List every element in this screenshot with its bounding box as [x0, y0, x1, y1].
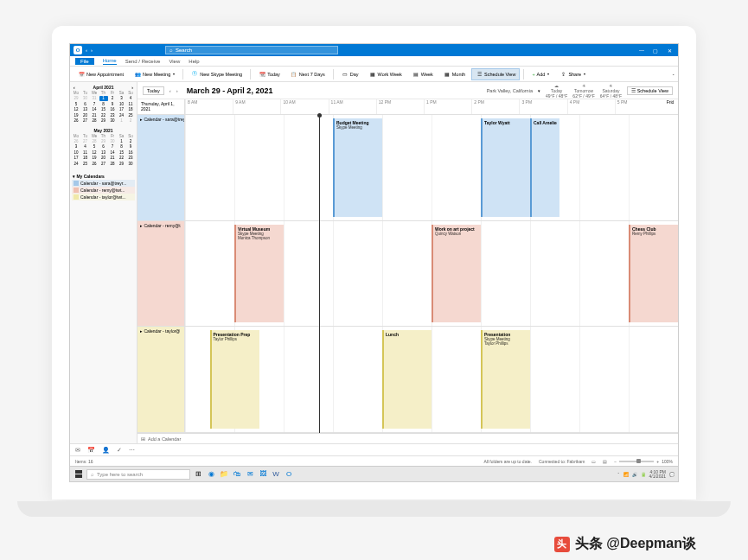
calendar-day[interactable]: 2: [126, 138, 135, 143]
tasks-icon[interactable]: ✓: [117, 447, 122, 454]
row-calendar-label[interactable]: ▸ Calendar - remy@t: [137, 221, 185, 327]
calendar-list-item[interactable]: Calendar - taylor@twt...: [72, 194, 135, 200]
tray-chevron-icon[interactable]: ˄: [617, 472, 620, 477]
calendar-day[interactable]: 16: [108, 107, 117, 112]
people-icon[interactable]: 👤: [102, 447, 110, 454]
calendar-day[interactable]: 26: [90, 161, 99, 166]
calendar-day[interactable]: 12: [90, 150, 99, 155]
calendar-nav-icon[interactable]: 📅: [87, 447, 95, 454]
calendar-day[interactable]: 30: [126, 161, 135, 166]
edge-icon[interactable]: ◉: [206, 469, 216, 480]
calendar-event[interactable]: Call Amelie: [530, 118, 559, 217]
outlook-taskbar-icon[interactable]: O: [284, 469, 294, 480]
calendar-event[interactable]: Taylor Wyatt: [481, 118, 530, 217]
calendar-day[interactable]: 13: [81, 107, 90, 112]
prev-day-icon[interactable]: ‹: [169, 88, 171, 93]
back-icon[interactable]: ‹: [86, 48, 87, 53]
calendar-day[interactable]: 26: [72, 118, 80, 124]
today-button[interactable]: 📆Today: [254, 68, 284, 80]
more-icon[interactable]: ⋯: [129, 447, 135, 454]
photos-icon[interactable]: 🖼: [258, 469, 268, 480]
calendar-day[interactable]: 29: [72, 96, 80, 101]
volume-icon[interactable]: 🔊: [632, 472, 637, 477]
calendar-day[interactable]: 4: [81, 144, 90, 150]
calendar-day[interactable]: 8: [99, 101, 108, 106]
calendar-day[interactable]: 20: [99, 156, 108, 161]
calendar-day[interactable]: 28: [90, 138, 99, 143]
calendar-day[interactable]: 2: [108, 96, 117, 101]
calendar-day[interactable]: 10: [118, 101, 126, 106]
day-view-button[interactable]: ▭Day: [337, 68, 363, 80]
calendar-day[interactable]: 8: [118, 144, 126, 150]
mail-app-icon[interactable]: ✉: [245, 469, 255, 480]
calendar-day[interactable]: 18: [81, 156, 90, 161]
calendar-day[interactable]: 6: [81, 101, 90, 106]
calendar-day[interactable]: 15: [99, 107, 108, 112]
calendar-event[interactable]: Lunch: [382, 330, 432, 429]
add-button[interactable]: +Add▾: [527, 69, 553, 80]
row-timeline[interactable]: Presentation PrepTaylor PhillipsLunchPre…: [185, 327, 678, 432]
calendar-day[interactable]: 9: [108, 101, 117, 106]
add-calendar-button[interactable]: ⊞ Add a Calendar: [137, 433, 678, 443]
weather-day[interactable]: ☀Saturday64°F / 48°F: [600, 83, 622, 99]
calendar-day[interactable]: 25: [81, 161, 90, 166]
location-dropdown-icon[interactable]: ▾: [538, 88, 540, 93]
zoom-in-icon[interactable]: +: [656, 459, 659, 464]
task-view-icon[interactable]: ⊞: [193, 469, 203, 480]
new-meeting-button[interactable]: 👥New Meeting▾: [130, 68, 179, 80]
row-timeline[interactable]: Budget MeetingSkype MeetingTaylor WyattC…: [185, 115, 678, 220]
new-skype-meeting-button[interactable]: ⓢNew Skype Meeting: [187, 68, 246, 80]
maximize-button[interactable]: ▢: [650, 48, 661, 54]
weather-day[interactable]: ☀Tomorrow62°F / 49°F: [572, 83, 594, 99]
calendar-day[interactable]: 24: [72, 161, 80, 166]
calendar-event[interactable]: Virtual MuseumSkype MeetingMonica Thomps…: [234, 225, 284, 323]
calendar-day[interactable]: 27: [81, 118, 90, 124]
search-input[interactable]: ⌕ Search: [165, 46, 338, 54]
mini-calendar-may[interactable]: May 2021 MoTuWeThFrSaSu26272829301234567…: [72, 127, 135, 167]
share-button[interactable]: ⇪Share▾: [555, 68, 590, 80]
tab-send-receive[interactable]: Send / Receive: [125, 59, 161, 64]
mail-icon[interactable]: ✉: [75, 447, 80, 454]
calendar-day[interactable]: 18: [126, 107, 135, 112]
calendar-day[interactable]: 22: [99, 112, 108, 118]
start-button[interactable]: [74, 469, 84, 480]
calendar-day[interactable]: 5: [90, 144, 99, 150]
ribbon-collapse-icon[interactable]: ⌄: [672, 72, 674, 76]
calendar-day[interactable]: 22: [118, 156, 126, 161]
tab-help[interactable]: Help: [189, 59, 199, 64]
prev-month-icon[interactable]: ‹: [74, 85, 75, 90]
calendar-day[interactable]: 28: [90, 118, 99, 124]
row-calendar-label[interactable]: ▸ Calendar - taylor@: [137, 327, 185, 432]
calendar-day[interactable]: 29: [99, 138, 108, 143]
row-calendar-label[interactable]: ▸ Calendar - sara@treyr: [137, 115, 185, 220]
calendar-day[interactable]: 11: [126, 101, 135, 106]
calendar-day[interactable]: 29: [118, 161, 126, 166]
mini-calendar-april[interactable]: ‹ April 2021 › MoTuWeThFrSaSu29303112345…: [72, 84, 135, 124]
row-timeline[interactable]: Virtual MuseumSkype MeetingMonica Thomps…: [185, 221, 678, 327]
calendar-event[interactable]: PresentationSkype MeetingTaylor Phillips: [481, 330, 530, 429]
calendar-day[interactable]: 30: [108, 118, 117, 124]
next-7-days-button[interactable]: 📋Next 7 Days: [286, 68, 329, 80]
calendar-day[interactable]: 6: [99, 144, 108, 150]
calendar-day[interactable]: 31: [90, 96, 99, 101]
calendar-event[interactable]: Work on art projectQuincy Watson: [432, 225, 481, 323]
calendar-day[interactable]: 23: [108, 112, 117, 118]
calendar-day[interactable]: 23: [126, 156, 135, 161]
tab-view[interactable]: View: [169, 59, 180, 64]
store-icon[interactable]: 🛍: [232, 469, 242, 480]
zoom-out-icon[interactable]: −: [614, 459, 617, 464]
zoom-slider[interactable]: [619, 461, 654, 462]
calendar-day[interactable]: 7: [90, 101, 99, 106]
system-tray[interactable]: ˄ 📶 🔊 🔋 4:10 PM 4/1/2021 💬: [617, 470, 674, 479]
zoom-control[interactable]: − + 100%: [614, 459, 673, 464]
calendar-day[interactable]: 28: [108, 161, 117, 166]
calendar-day[interactable]: 13: [99, 150, 108, 155]
calendar-day[interactable]: 14: [108, 150, 117, 155]
battery-icon[interactable]: 🔋: [641, 472, 646, 477]
view-normal-icon[interactable]: ▭: [591, 459, 596, 464]
calendar-day[interactable]: 3: [72, 144, 80, 150]
calendar-day[interactable]: 30: [108, 138, 117, 143]
schedule-body[interactable]: ▸ Calendar - sara@treyrBudget MeetingSky…: [137, 115, 678, 433]
next-day-icon[interactable]: ›: [176, 88, 178, 93]
calendar-day[interactable]: 7: [108, 144, 117, 150]
